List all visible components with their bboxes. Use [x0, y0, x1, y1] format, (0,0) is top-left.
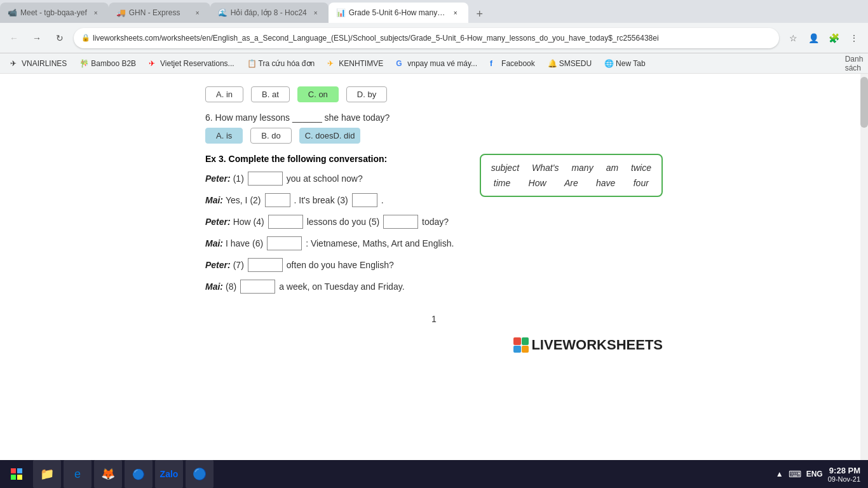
tab-hoc24[interactable]: 🌊 Hỏi đáp, lớp 8 - Hoc24 × — [210, 3, 329, 23]
bookmark-vnairlines[interactable]: ✈ VNAIRLINES — [5, 58, 72, 69]
bookmark-smsedu[interactable]: 🔔 SMSEDU — [543, 58, 597, 69]
conv-line-5: Peter: (7) often do you have English? — [205, 258, 467, 272]
input-3[interactable] — [352, 193, 377, 207]
bookmark-vietjet-label: Vietjet Reservations... — [160, 59, 234, 68]
q5-option-b[interactable]: B. at — [251, 86, 290, 102]
bookmark-vietjet[interactable]: ✈ Vietjet Reservations... — [144, 58, 240, 69]
word-time: time — [494, 178, 510, 188]
address-bar-area: ← → ↻ 🔒 liveworksheets.com/worksheets/en… — [0, 23, 868, 53]
conv-line-1: Peter: (1) you at school now? — [205, 172, 467, 186]
bookmarks-bar: ✈ VNAIRLINES 🎋 Bamboo B2B ✈ Vietjet Rese… — [0, 53, 868, 74]
scrollbar-thumb[interactable] — [860, 77, 868, 128]
worksheet: A. in B. at C. on D. by 6. How many less… — [180, 74, 688, 460]
back-button[interactable]: ← — [5, 29, 23, 47]
bookmark-bamboo-label: Bamboo B2B — [91, 59, 136, 68]
kenhtimve-favicon: ✈ — [327, 59, 336, 68]
conv-text-3c: today? — [422, 217, 449, 227]
bookmark-smsedu-label: SMSEDU — [559, 59, 592, 68]
tab-meet-close[interactable]: × — [91, 8, 101, 18]
input-5[interactable] — [383, 215, 418, 229]
q6-option-cd[interactable]: C. doesD. did — [299, 128, 361, 144]
q5-option-a[interactable]: A. in — [205, 86, 243, 102]
taskbar-firefox[interactable]: 🦊 — [94, 460, 122, 488]
ex3-section: Ex 3. Complete the following conversatio… — [205, 154, 663, 301]
q5-option-d[interactable]: D. by — [346, 86, 387, 102]
taskbar-chrome[interactable]: 🔵 — [125, 460, 153, 488]
conv-text-4a: I have (6) — [226, 238, 263, 248]
tab-liveworksheets-close[interactable]: × — [451, 8, 461, 18]
bookmark-vnairlines-label: VNAIRLINES — [22, 59, 67, 68]
bookmark-facebook[interactable]: f Facebook — [485, 58, 540, 69]
q6-option-b[interactable]: B. do — [250, 128, 291, 144]
tab-hoc24-close[interactable]: × — [311, 8, 321, 18]
bookmark-newtab[interactable]: 🌐 New Tab — [599, 58, 650, 69]
address-bar[interactable]: 🔒 liveworksheets.com/worksheets/en/Engli… — [74, 28, 779, 48]
speaker-mai-3: Mai: — [205, 281, 223, 292]
scrollbar-track[interactable] — [860, 74, 868, 460]
conv-text-6a: (8) — [226, 281, 236, 292]
input-6[interactable] — [267, 236, 302, 250]
scroll-area[interactable]: A. in B. at C. on D. by 6. How many less… — [0, 74, 868, 460]
start-button[interactable] — [3, 460, 31, 488]
input-4[interactable] — [268, 215, 303, 229]
reload-button[interactable]: ↻ — [51, 29, 69, 47]
page-content: A. in B. at C. on D. by 6. How many less… — [0, 74, 868, 460]
word-four: four — [634, 178, 649, 188]
word-box-row1: subject What's many am twice — [491, 163, 651, 173]
word-many: many — [571, 163, 593, 173]
clock-date: 09-Nov-21 — [828, 475, 860, 483]
taskbar-file-explorer[interactable]: 📁 — [33, 460, 61, 488]
bookmark-tracuu[interactable]: 📋 Tra cứu hóa đơn — [242, 58, 320, 69]
conv-text-1b: you at school now? — [287, 173, 363, 184]
bookmark-star-icon[interactable]: ☆ — [784, 29, 802, 47]
conv-line-2: Mai: Yes, I (2) . It's break (3) . — [205, 193, 467, 207]
word-how: How — [529, 178, 546, 188]
url-text: liveworksheets.com/worksheets/en/English… — [93, 34, 659, 43]
ex3-left: Ex 3. Complete the following conversatio… — [205, 154, 467, 301]
q5-option-c[interactable]: C. on — [297, 86, 339, 102]
bookmark-bamboo[interactable]: 🎋 Bamboo B2B — [74, 58, 141, 69]
input-1[interactable] — [248, 172, 283, 186]
input-2[interactable] — [265, 193, 290, 207]
question6-text: 6. How many lessons ______ she have toda… — [205, 112, 663, 123]
word-subject: subject — [491, 163, 519, 173]
vnpay-favicon: G — [396, 59, 405, 68]
settings-icon[interactable]: ⋮ — [845, 29, 863, 47]
tab-ghn-close[interactable]: × — [193, 8, 203, 18]
question5: A. in B. at C. on D. by — [205, 86, 663, 102]
q6-option-a[interactable]: A. is — [205, 128, 243, 144]
word-box: subject What's many am twice time How Ar… — [480, 154, 663, 197]
word-are: Are — [564, 178, 578, 188]
bookmark-kenhtimve[interactable]: ✈ KENHTIMVE — [322, 58, 388, 69]
conv-text-3b: lessons do you (5) — [307, 217, 379, 227]
bookmark-vnpay-label: vnpay mua vé máy... — [407, 59, 477, 68]
bamboo-favicon: 🎋 — [79, 59, 88, 68]
liveworksheets-logo: LIVEWORKSHEETS — [205, 337, 663, 353]
word-whats: What's — [532, 163, 559, 173]
tab-meet-title: Meet - tgb-bqaa-yef — [20, 8, 87, 17]
tab-ghn-favicon: 🚚 — [116, 8, 125, 17]
vietjet-favicon: ✈ — [149, 59, 158, 68]
taskbar-app-extra[interactable]: 🔵 — [186, 460, 214, 488]
question6-options: A. is B. do C. doesD. did — [205, 128, 663, 144]
new-tab-button[interactable]: + — [471, 5, 489, 23]
word-have: have — [596, 178, 615, 188]
taskbar-edge[interactable]: e — [64, 460, 92, 488]
forward-button[interactable]: → — [28, 29, 46, 47]
input-8[interactable] — [240, 280, 275, 294]
tray-keyboard-icon[interactable]: ⌨ — [789, 469, 801, 479]
tab-liveworksheets[interactable]: 📊 Grade 5-Unit 6-How many lesso × — [329, 3, 468, 23]
conv-line-3: Peter: How (4) lessons do you (5) today? — [205, 215, 467, 229]
bookmark-kenhtimve-label: KENHTIMVE — [339, 59, 383, 68]
tab-ghn[interactable]: 🚚 GHN - Express × — [109, 3, 210, 23]
tab-meet[interactable]: 📹 Meet - tgb-bqaa-yef × — [0, 3, 109, 23]
reading-list-icon[interactable]: 📖 Danh sách đọc — [845, 55, 863, 72]
bookmark-vnpay[interactable]: G vnpay mua vé máy... — [391, 58, 482, 69]
taskbar-zalo[interactable]: Zalo — [155, 460, 183, 488]
profile-icon[interactable]: 👤 — [804, 29, 822, 47]
input-7[interactable] — [248, 258, 283, 272]
bookmark-tracuu-label: Tra cứu hóa đơn — [259, 59, 315, 68]
tray-language[interactable]: ENG — [806, 470, 823, 478]
tray-up-arrow[interactable]: ▲ — [776, 470, 783, 478]
extensions-icon[interactable]: 🧩 — [825, 29, 843, 47]
